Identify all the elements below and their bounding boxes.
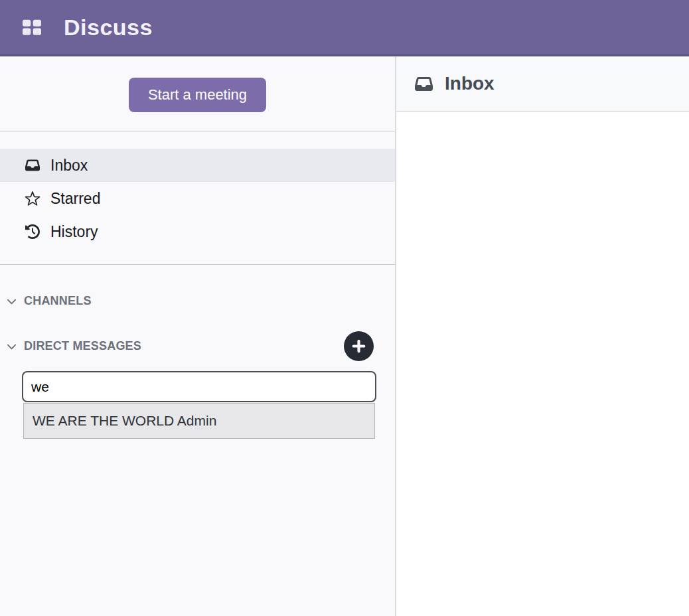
sidebar-item-history[interactable]: History xyxy=(0,215,395,248)
mailbox-list: Inbox Starred History xyxy=(0,149,395,248)
start-meeting-button[interactable]: Start a meeting xyxy=(129,78,266,112)
sidebar-item-label: History xyxy=(50,223,98,241)
divider xyxy=(0,131,395,131)
thread-header: Inbox xyxy=(396,56,689,112)
thread-title: Inbox xyxy=(445,73,495,94)
divider xyxy=(0,264,395,265)
channels-section-label: CHANNELS xyxy=(24,294,92,308)
sidebar-item-starred[interactable]: Starred xyxy=(0,182,395,215)
history-icon xyxy=(25,224,40,240)
thread-body xyxy=(396,112,689,616)
sidebar-item-label: Inbox xyxy=(50,157,88,175)
sidebar-item-label: Starred xyxy=(50,190,100,208)
plus-circle-icon xyxy=(344,331,374,361)
star-icon xyxy=(25,191,40,206)
sidebar-item-inbox[interactable]: Inbox xyxy=(0,149,395,182)
direct-messages-section-label: DIRECT MESSAGES xyxy=(24,339,141,353)
top-navbar: Discuss xyxy=(0,0,689,56)
app-title[interactable]: Discuss xyxy=(64,15,153,40)
add-direct-message-button[interactable] xyxy=(344,331,374,361)
direct-messages-section-header[interactable]: DIRECT MESSAGES xyxy=(0,339,344,353)
chevron-down-icon xyxy=(5,340,17,352)
channels-section-header[interactable]: CHANNELS xyxy=(0,294,395,308)
dm-suggestion-dropdown: WE ARE THE WORLD Admin xyxy=(23,403,375,439)
apps-grid-icon[interactable] xyxy=(20,15,44,39)
direct-message-search-input[interactable] xyxy=(22,371,376,402)
thread-panel: Inbox xyxy=(396,56,689,616)
dm-suggestion-item[interactable]: WE ARE THE WORLD Admin xyxy=(23,403,375,439)
inbox-icon xyxy=(414,74,433,93)
chevron-down-icon xyxy=(5,295,17,307)
inbox-icon xyxy=(25,157,40,173)
discuss-sidebar: Start a meeting Inbox Starred xyxy=(0,56,396,616)
